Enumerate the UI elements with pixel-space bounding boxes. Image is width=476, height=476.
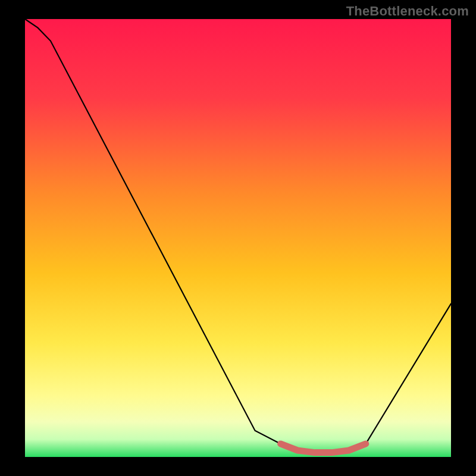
bottleneck-chart (0, 0, 476, 476)
watermark-text: TheBottleneck.com (346, 4, 469, 19)
plot-background (25, 19, 451, 457)
